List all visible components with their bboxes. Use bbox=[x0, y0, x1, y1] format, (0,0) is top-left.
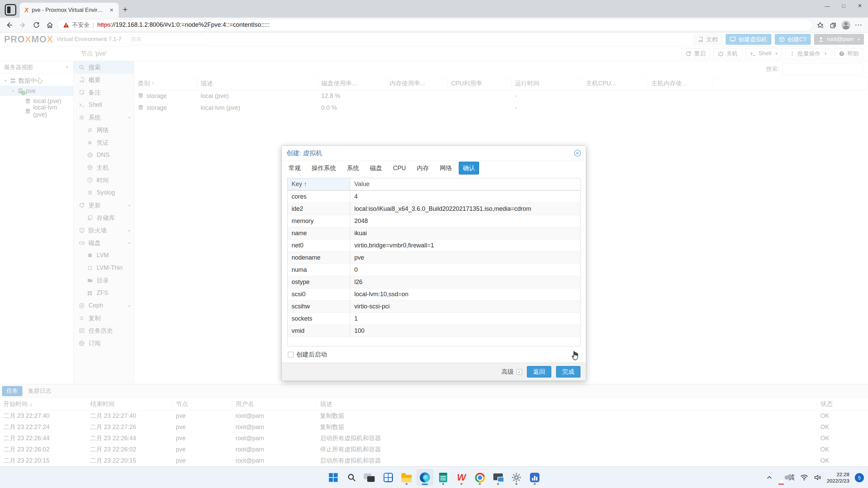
settings-icon[interactable] bbox=[508, 469, 525, 486]
setting-value: 100 bbox=[350, 325, 580, 337]
dialog-tab-操作系统[interactable]: 操作系统 bbox=[308, 162, 340, 175]
profile-avatar[interactable] bbox=[840, 19, 852, 31]
running-indicator bbox=[460, 483, 462, 485]
setting-key: vmid bbox=[288, 325, 350, 337]
favorite-star-icon[interactable] bbox=[814, 19, 826, 31]
running-indicator bbox=[515, 483, 517, 485]
create-vm-dialog: 创建: 虚拟机 常规操作系统系统磁盘CPU内存网络确认 Key ↑ Value … bbox=[281, 145, 586, 381]
running-indicator bbox=[534, 483, 536, 485]
wifi-icon[interactable] bbox=[800, 474, 808, 481]
checkbox-checked-icon: ✓ bbox=[516, 369, 522, 375]
dialog-tab-确认[interactable]: 确认 bbox=[459, 162, 479, 175]
media-app-icon[interactable] bbox=[527, 469, 543, 486]
setting-key: sockets bbox=[288, 313, 350, 325]
file-explorer-icon[interactable] bbox=[398, 469, 415, 486]
security-warning-icon[interactable] bbox=[63, 22, 69, 28]
running-indicator bbox=[479, 483, 481, 485]
proxmox-favicon-icon: X bbox=[24, 6, 29, 14]
home-icon[interactable] bbox=[44, 19, 56, 31]
workspaces-icon[interactable] bbox=[5, 4, 16, 16]
finish-button[interactable]: 完成 bbox=[556, 366, 580, 378]
setting-value: 1 bbox=[350, 313, 580, 325]
value-column-header[interactable]: Value bbox=[350, 178, 580, 190]
running-indicator bbox=[422, 484, 428, 485]
setting-key: ostype bbox=[288, 276, 350, 288]
tray-expand-icon[interactable] bbox=[767, 476, 772, 479]
dialog-title: 创建: 虚拟机 bbox=[287, 149, 322, 158]
setting-row-vmid: vmid100 bbox=[288, 325, 580, 337]
dialog-tab-内存[interactable]: 内存 bbox=[413, 162, 433, 175]
setting-row-name: nameikuai bbox=[288, 227, 580, 239]
browser-tab[interactable]: X pve - Proxmox Virtual Environme ✕ bbox=[20, 3, 119, 18]
wps-icon[interactable]: W bbox=[453, 469, 470, 486]
refresh-icon[interactable] bbox=[31, 19, 42, 31]
dialog-tab-系统[interactable]: 系统 bbox=[343, 162, 363, 175]
windows-taskbar: W 英 22:28 2022/2/23 5 bbox=[0, 466, 868, 488]
setting-key: name bbox=[288, 227, 350, 239]
browser-tab-strip: X pve - Proxmox Virtual Environme ✕ + — … bbox=[0, 0, 868, 18]
key-column-header[interactable]: Key ↑ bbox=[288, 178, 350, 190]
new-tab-button[interactable]: + bbox=[123, 5, 127, 14]
task-view-icon[interactable] bbox=[362, 469, 378, 486]
setting-value: 4 bbox=[350, 191, 580, 203]
setting-value: ikuai bbox=[350, 227, 580, 239]
browser-menu-icon[interactable]: ··· bbox=[853, 19, 865, 31]
browser-window: X pve - Proxmox Virtual Environme ✕ + — … bbox=[0, 0, 868, 33]
notes-icon[interactable] bbox=[435, 469, 451, 486]
tab-close-icon[interactable]: ✕ bbox=[108, 6, 115, 14]
running-indicator bbox=[442, 483, 444, 485]
dialog-tab-cpu[interactable]: CPU bbox=[389, 162, 410, 174]
start-after-created-checkbox[interactable]: 创建后启动 bbox=[288, 350, 580, 359]
tab-title: pve - Proxmox Virtual Environme bbox=[32, 7, 105, 13]
widgets-icon[interactable] bbox=[380, 469, 396, 486]
setting-row-numa: numa0 bbox=[288, 264, 580, 276]
setting-value: local-lvm:10,ssd=on bbox=[350, 288, 580, 300]
setting-value: pve bbox=[350, 252, 580, 264]
chrome-icon[interactable] bbox=[472, 469, 488, 486]
dialog-tab-网络[interactable]: 网络 bbox=[436, 162, 456, 175]
sort-asc-icon: ↑ bbox=[304, 181, 307, 187]
setting-row-ide2: ide2local:iso/iKuai8_x64_3.6.0_Build2022… bbox=[288, 203, 580, 215]
taskbar-clock[interactable]: 22:28 2022/2/23 bbox=[827, 471, 849, 484]
back-button[interactable]: 返回 bbox=[527, 366, 551, 378]
url-text: ://192.168.1.2:8006/#v1:0:=node%2Fpve:4:… bbox=[111, 21, 270, 28]
volume-icon[interactable] bbox=[814, 474, 821, 481]
advanced-checkbox[interactable]: 高级 ✓ bbox=[501, 368, 522, 376]
remote-desktop-icon[interactable] bbox=[490, 469, 506, 486]
address-bar: 不安全 | https://192.168.1.2:8006/#v1:0:=no… bbox=[0, 18, 868, 33]
setting-row-nodename: nodenamepve bbox=[288, 251, 580, 264]
setting-key: nodename bbox=[288, 252, 350, 264]
forward-icon[interactable] bbox=[17, 19, 28, 31]
start-icon[interactable] bbox=[325, 469, 341, 486]
dialog-tab-磁盘[interactable]: 磁盘 bbox=[366, 162, 386, 175]
confirm-settings-table: Key ↑ Value cores4ide2local:iso/iKuai8_x… bbox=[287, 178, 580, 346]
close-button[interactable]: ✕ bbox=[852, 0, 868, 12]
minimize-button[interactable]: — bbox=[819, 0, 835, 12]
url-field[interactable]: 不安全 | https://192.168.1.2:8006/#v1:0:=no… bbox=[58, 19, 812, 31]
setting-row-cores: cores4 bbox=[288, 190, 580, 203]
setting-row-sockets: sockets1 bbox=[288, 312, 580, 325]
setting-key: memory bbox=[288, 215, 350, 227]
setting-value: l26 bbox=[350, 276, 580, 288]
url-divider: | bbox=[93, 21, 94, 28]
maximize-button[interactable]: □ bbox=[835, 0, 852, 12]
setting-key: numa bbox=[288, 264, 350, 276]
edge-icon[interactable] bbox=[417, 469, 433, 486]
empty-row bbox=[288, 337, 580, 346]
taskbar-search-icon[interactable] bbox=[343, 469, 360, 486]
checkbox-icon bbox=[288, 352, 294, 358]
security-warning-label: 不安全 bbox=[72, 21, 90, 29]
mouse-cursor bbox=[570, 350, 580, 363]
setting-key: scsi0 bbox=[288, 288, 350, 300]
setting-key: ide2 bbox=[288, 203, 350, 215]
setting-row-ostype: ostypel26 bbox=[288, 276, 580, 288]
back-icon[interactable] bbox=[3, 19, 15, 31]
setting-key: net0 bbox=[288, 240, 350, 251]
setting-key: cores bbox=[288, 191, 350, 203]
setting-row-memory: memory2048 bbox=[288, 215, 580, 227]
collections-icon[interactable] bbox=[827, 19, 839, 31]
dialog-tab-常规[interactable]: 常规 bbox=[284, 162, 305, 175]
dialog-close-icon[interactable] bbox=[574, 149, 581, 157]
setting-row-scsi0: scsi0local-lvm:10,ssd=on bbox=[288, 288, 580, 300]
notification-badge[interactable]: 5 bbox=[855, 473, 864, 482]
